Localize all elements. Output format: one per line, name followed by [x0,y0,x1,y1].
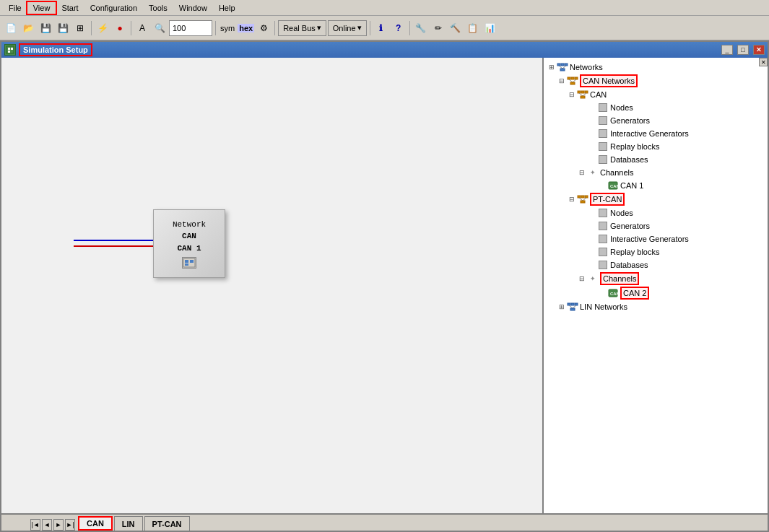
tree-item-replay-2[interactable]: Replay blocks [547,245,765,258]
tree-item-can-networks[interactable]: ⊟ CAN Networks [547,74,765,88]
node-icon [182,257,196,269]
settings-button[interactable]: ⚙ [256,20,271,36]
tool5-button[interactable]: 📊 [482,20,498,36]
save-button[interactable]: 💾 [38,20,53,36]
config-button[interactable]: ⊞ [72,20,88,36]
tab-first-button[interactable]: |◄ [30,519,40,531]
svg-line-20 [573,79,576,82]
svg-rect-12 [565,64,568,66]
start-button[interactable]: ⚡ [95,20,110,36]
svg-line-14 [562,66,566,69]
tree-item-channels-2[interactable]: ⊟ ✦ Channels [547,271,765,286]
svg-rect-8 [190,260,194,263]
interactive-gen-icon-2 [597,233,609,245]
tab-next-button[interactable]: ► [53,519,64,531]
tree-item-can[interactable]: ⊟ CAN [547,88,765,101]
tree-item-databases-1[interactable]: Databases [547,153,765,166]
lin-networks-label: LIN Networks [580,302,627,311]
can-networks-icon [567,75,578,87]
svg-rect-30 [578,196,581,198]
zoom-out-button[interactable]: 🔍 [152,20,168,36]
save-as-button[interactable]: 💾 [55,20,71,36]
zoom-in-button[interactable]: A [134,20,150,36]
svg-rect-7 [185,260,188,263]
tab-can[interactable]: CAN [78,516,113,531]
svg-rect-16 [568,77,570,79]
svg-text:CAN: CAN [610,292,619,296]
menu-tools[interactable]: Tools [143,2,173,14]
tree-item-generators-2[interactable]: Generators [547,219,765,232]
menu-start[interactable]: Start [56,2,84,14]
tree-item-replay-1[interactable]: Replay blocks [547,140,765,153]
tool4-button[interactable]: 📋 [465,20,481,36]
real-bus-button[interactable]: Real Bus ▾ [278,20,326,36]
menu-file[interactable]: File [3,2,27,14]
tree-item-nodes-1[interactable]: Nodes [547,101,765,114]
tree-item-databases-2[interactable]: Databases [547,258,765,271]
tree-item-nodes-2[interactable]: Nodes [547,206,765,219]
svg-rect-31 [581,196,584,198]
tab-lin[interactable]: LIN [114,516,143,531]
svg-rect-9 [185,263,188,266]
interactive-gen-label-2: Interactive Generators [610,235,689,243]
open-button[interactable]: 📂 [20,20,36,36]
svg-rect-32 [585,196,588,198]
svg-rect-1 [8,48,10,50]
maximize-button[interactable]: □ [737,45,749,55]
svg-rect-22 [578,91,581,93]
separator-1 [91,21,92,35]
tool1-button[interactable]: 🔧 [413,20,429,36]
generators-label-1: Generators [610,116,650,125]
hex-label: hex [238,24,254,32]
svg-line-42 [573,305,576,308]
tree-item-pt-can[interactable]: ⊟ PT-CAN [547,192,765,206]
svg-rect-35 [581,201,585,203]
svg-rect-39 [571,303,574,305]
svg-line-34 [583,198,586,201]
svg-line-41 [569,305,573,308]
tree-item-can1[interactable]: CAN CAN 1 [547,179,765,192]
minimize-button[interactable]: _ [721,45,733,55]
stop-button[interactable]: ● [112,20,128,36]
canvas-area[interactable]: Network CAN CAN 1 [1,58,544,531]
separator-5 [370,21,370,35]
tab-last-button[interactable]: ►| [65,519,75,531]
zoom-input[interactable] [169,20,212,36]
tab-pt-can[interactable]: PT-CAN [144,516,190,531]
tab-navigation: |◄ ◄ ► ►| [30,519,75,531]
network-node-widget[interactable]: Network CAN CAN 1 [153,209,225,278]
tree-item-can2[interactable]: CAN CAN 2 [547,286,765,300]
networks-icon [557,61,568,73]
nodes-label-2: Nodes [610,209,633,217]
menu-help[interactable]: Help [213,2,241,14]
tab-prev-button[interactable]: ◄ [42,519,52,531]
svg-rect-10 [557,64,560,66]
new-button[interactable]: 📄 [3,20,19,36]
svg-rect-15 [560,69,565,71]
menu-window[interactable]: Window [173,2,213,14]
tool3-button[interactable]: 🔨 [448,20,464,36]
node-text: Network CAN CAN 1 [173,219,206,255]
svg-rect-43 [570,308,575,310]
can-networks-label: CAN Networks [580,74,638,87]
close-button[interactable]: ✕ [753,45,765,55]
replay-icon-2 [597,246,609,258]
can2-icon: CAN [607,287,619,299]
svg-rect-40 [575,303,578,305]
help-button[interactable]: ? [391,20,407,36]
tree-item-interactive-gen-1[interactable]: Interactive Generators [547,127,765,140]
sym-label: sym [219,24,236,32]
tree-item-channels-1[interactable]: ⊟ ✦ Channels [547,166,765,179]
tree-close-button[interactable]: ✕ [759,58,768,66]
tree-item-networks[interactable]: ⊞ Networks [547,61,765,74]
lin-networks-icon [567,301,578,313]
online-button[interactable]: Online ▾ [328,20,367,36]
tree-item-lin-networks[interactable]: ⊞ LIN Networks [547,300,765,313]
info-button[interactable]: ℹ [373,20,389,36]
toolbar: 📄 📂 💾 💾 ⊞ ⚡ ● A 🔍 sym hex ⚙ Real Bus ▾ O… [0,16,769,40]
menu-configuration[interactable]: Configuration [84,2,143,14]
tree-item-generators-1[interactable]: Generators [547,114,765,127]
tool2-button[interactable]: ✏ [430,20,446,36]
tree-item-interactive-gen-2[interactable]: Interactive Generators [547,232,765,245]
menu-view[interactable]: View [27,2,56,14]
